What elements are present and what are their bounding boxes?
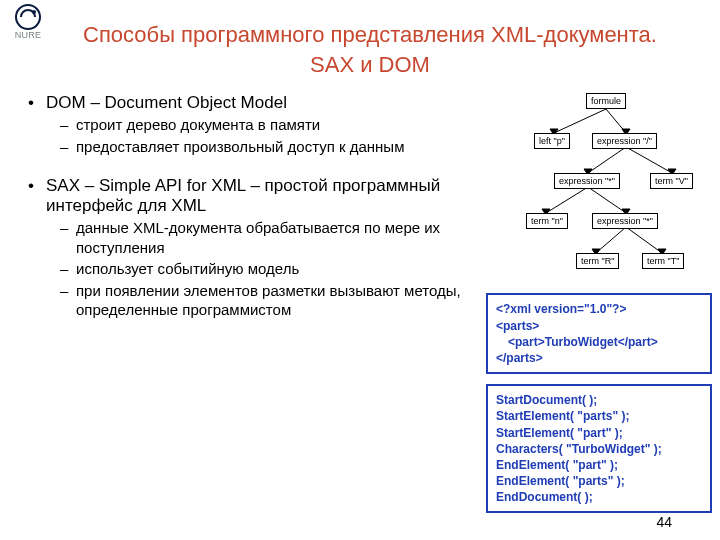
sax-heading-text: SAX – Simple API for XML – простой прогр… [46, 176, 440, 215]
code-line: <part>TurboWidget</part> [496, 334, 702, 350]
tree-node: expression "*" [592, 213, 658, 229]
main-content: DOM – Document Object Model строит дерев… [0, 87, 720, 513]
tree-node: term "T" [642, 253, 684, 269]
code-line: StartDocument( ); [496, 392, 702, 408]
svg-line-9 [626, 227, 662, 253]
sax-sub-item: использует событийную модель [46, 259, 480, 279]
dom-sub-item: строит дерево документа в памяти [46, 115, 480, 135]
dom-heading: DOM – Document Object Model строит дерев… [28, 93, 480, 156]
tree-node: term "V" [650, 173, 693, 189]
tree-diagram: formule left "p" expression "/" expressi… [486, 93, 712, 283]
page-title: Способы программного представления XML-д… [0, 0, 720, 87]
svg-point-1 [32, 10, 36, 14]
code-line: EndDocument( ); [496, 489, 702, 505]
dom-sub-item: предоставляет произвольный доступ к данн… [46, 137, 480, 157]
tree-node: left "p" [534, 133, 570, 149]
text-column: DOM – Document Object Model строит дерев… [28, 93, 486, 513]
tree-node: formule [586, 93, 626, 109]
code-line: Characters( "TurboWidget" ); [496, 441, 702, 457]
code-line: <parts> [496, 318, 702, 334]
code-line: <?xml version="1.0"?> [496, 301, 702, 317]
logo-text: NURE [6, 30, 50, 40]
logo-icon [15, 4, 41, 30]
code-line: EndElement( "parts" ); [496, 473, 702, 489]
dom-heading-text: DOM – Document Object Model [46, 93, 287, 112]
logo: NURE [6, 4, 50, 40]
bullet-list: SAX – Simple API for XML – простой прогр… [28, 176, 480, 320]
tree-node: expression "*" [554, 173, 620, 189]
svg-line-6 [546, 187, 588, 213]
code-line: StartElement( "part" ); [496, 425, 702, 441]
svg-line-5 [626, 147, 672, 173]
sax-events-box: StartDocument( ); StartElement( "parts" … [486, 384, 712, 513]
svg-line-4 [588, 147, 626, 173]
svg-line-2 [554, 109, 606, 133]
xml-code-box: <?xml version="1.0"?> <parts> <part>Turb… [486, 293, 712, 374]
code-line: </parts> [496, 350, 702, 366]
tree-node: term "n" [526, 213, 568, 229]
code-line: StartElement( "parts" ); [496, 408, 702, 424]
bullet-list: DOM – Document Object Model строит дерев… [28, 93, 480, 156]
sax-sub-item: данные XML-документа обрабатывается по м… [46, 218, 480, 257]
svg-line-7 [588, 187, 626, 213]
sax-sub-item: при появлении элементов разметки вызываю… [46, 281, 480, 320]
sax-heading: SAX – Simple API for XML – простой прогр… [28, 176, 480, 320]
tree-node: term "R" [576, 253, 619, 269]
tree-node: expression "/" [592, 133, 657, 149]
dom-sublist: строит дерево документа в памяти предост… [46, 115, 480, 156]
diagram-column: formule left "p" expression "/" expressi… [486, 93, 712, 513]
page-number: 44 [656, 514, 672, 530]
svg-point-0 [16, 5, 40, 29]
sax-sublist: данные XML-документа обрабатывается по м… [46, 218, 480, 320]
code-line: EndElement( "part" ); [496, 457, 702, 473]
